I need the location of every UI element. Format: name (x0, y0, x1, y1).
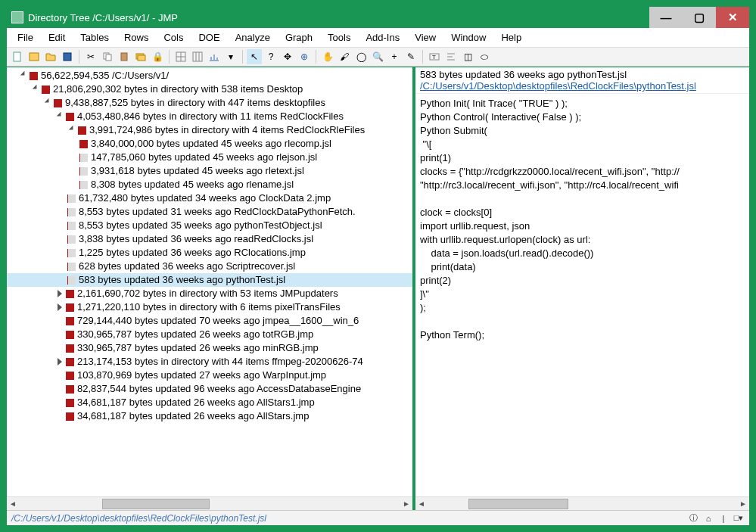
help-icon[interactable]: ? (263, 49, 278, 64)
brush-icon[interactable]: 🖌 (337, 49, 352, 64)
svg-rect-1 (30, 53, 39, 61)
tree-node[interactable]: 3,838 bytes updated 36 weeks ago readRed… (7, 232, 412, 246)
tree-node[interactable]: 8,553 bytes updated 31 weeks ago RedCloc… (7, 205, 412, 219)
menu-tools[interactable]: Tools (320, 30, 358, 45)
tree-node[interactable]: 61,732,480 bytes updated 34 weeks ago Cl… (7, 191, 412, 205)
settings-icon[interactable]: □▾ (733, 512, 745, 524)
detail-pane: 583 bytes updated 36 weeks ago pythonTes… (415, 67, 749, 510)
tree-node[interactable]: 3,840,000,000 bytes updated 45 weeks ago… (7, 137, 412, 151)
close-button[interactable]: ✕ (716, 7, 749, 28)
menu-graph[interactable]: Graph (278, 30, 320, 45)
pen-icon[interactable]: ✎ (403, 49, 418, 64)
tree-node[interactable]: 3,931,618 bytes updated 45 weeks ago rle… (7, 164, 412, 178)
scroll-left-icon[interactable]: ◄ (7, 499, 19, 508)
menu-file[interactable]: File (10, 30, 41, 45)
tree-node[interactable]: 34,681,187 bytes updated 26 weeks ago Al… (7, 396, 412, 409)
tree-node[interactable]: 8,553 bytes updated 35 weeks ago pythonT… (7, 219, 412, 232)
svg-rect-2 (64, 53, 71, 61)
size-bar-icon (67, 276, 76, 285)
globe-icon[interactable]: ⊕ (297, 49, 312, 64)
menu-window[interactable]: Window (443, 30, 493, 45)
tree-node[interactable]: 56,622,594,535 /C:/Users/v1/ (7, 69, 412, 82)
size-bar-icon (66, 385, 74, 394)
crosshair-icon[interactable]: + (387, 49, 402, 64)
maximize-button[interactable]: ▢ (683, 7, 716, 28)
tree-node[interactable]: 4,053,480,846 bytes in directory with 11… (7, 110, 412, 123)
menu-help[interactable]: Help (493, 30, 529, 45)
align-icon[interactable] (443, 49, 459, 64)
tree-node[interactable]: 628 bytes updated 36 weeks ago Scriptrec… (7, 260, 412, 273)
detail-meta: 583 bytes updated 36 weeks ago pythonTes… (420, 69, 745, 80)
menubar: File Edit Tables Rows Cols DOE Analyze G… (7, 28, 749, 48)
chart-icon[interactable] (207, 49, 222, 64)
tree-node-selected[interactable]: 583 bytes updated 36 weeks ago pythonTes… (7, 273, 412, 287)
toolbar: ✂ 🔒 ▾ ↖ ? ✥ ⊕ ✋ 🖌 ◯ 🔍 + ✎ T ◫ ⬭ (7, 48, 749, 67)
tree-node[interactable]: 21,806,290,302 bytes in directory with 5… (7, 82, 412, 96)
content-area: 56,622,594,535 /C:/Users/v1/ 21,806,290,… (7, 67, 749, 510)
tree-node[interactable]: 1,271,220,110 bytes in directory with 6 … (7, 300, 412, 314)
paste-icon[interactable] (117, 49, 132, 64)
home-icon[interactable]: ⌂ (702, 512, 714, 524)
tree-node[interactable]: 147,785,060 bytes updated 45 weeks ago r… (7, 151, 412, 164)
cut-icon[interactable]: ✂ (83, 49, 98, 64)
table-icon[interactable] (26, 49, 42, 64)
scroll-right-icon[interactable]: ► (737, 499, 749, 508)
size-bar-icon (79, 140, 88, 148)
window-title: Directory Tree /C:/Users/v1/ - JMP (28, 12, 649, 23)
new-icon[interactable] (10, 49, 25, 64)
minimize-button[interactable]: — (649, 7, 683, 28)
tree-node[interactable]: 34,681,187 bytes updated 26 weeks ago Al… (7, 409, 412, 423)
size-bar-icon (79, 154, 88, 162)
menu-addins[interactable]: Add-Ins (358, 30, 407, 45)
status-path: /C:/Users/v1/Desktop\desktopfiles\RedClo… (11, 513, 684, 524)
arrow-icon[interactable]: ↖ (247, 49, 262, 64)
svg-rect-0 (14, 52, 20, 61)
tree-node[interactable]: 8,308 bytes updated 45 weeks ago rlename… (7, 178, 412, 191)
size-bar-icon (78, 126, 86, 135)
scroll-right-icon[interactable]: ► (400, 499, 412, 508)
tree-node[interactable]: 103,870,969 bytes updated 27 weeks ago W… (7, 369, 412, 382)
sep-icon: | (717, 512, 730, 524)
open-icon[interactable] (43, 49, 58, 64)
tree-node[interactable]: 2,161,690,702 bytes in directory with 53… (7, 287, 412, 300)
zoom-icon[interactable]: 🔍 (370, 49, 385, 64)
menu-doe[interactable]: DOE (191, 30, 227, 45)
ellipse-icon[interactable]: ⬭ (477, 49, 492, 64)
hand-icon[interactable]: ✋ (320, 49, 335, 64)
text-icon[interactable]: T (427, 49, 442, 64)
tree-node[interactable]: 3,991,724,986 bytes in directory with 4 … (7, 123, 412, 137)
size-bar-icon (66, 331, 74, 339)
menu-edit[interactable]: Edit (41, 30, 73, 45)
save-icon[interactable] (60, 49, 75, 64)
tree-node[interactable]: 82,837,544 bytes updated 96 weeks ago Ac… (7, 382, 412, 396)
hscrollbar-right[interactable]: ◄ ► (415, 496, 749, 510)
tree-node[interactable]: 1,225 bytes updated 36 weeks ago RClocat… (7, 246, 412, 260)
lock-icon[interactable]: 🔒 (150, 49, 165, 64)
tree-node[interactable]: 330,965,787 bytes updated 26 weeks ago t… (7, 328, 412, 341)
menu-view[interactable]: View (407, 30, 443, 45)
grid2-icon[interactable] (190, 49, 205, 64)
target-icon[interactable]: ✥ (280, 49, 295, 64)
tree-node[interactable]: 729,144,440 bytes updated 70 weeks ago j… (7, 314, 412, 328)
detail-path-link[interactable]: /C:/Users/v1/Desktop\desktopfiles\RedClo… (420, 80, 696, 92)
menu-rows[interactable]: Rows (117, 30, 157, 45)
stack-icon[interactable] (133, 49, 148, 64)
grid1-icon[interactable] (173, 49, 188, 64)
hscrollbar-left[interactable]: ◄ ► (7, 496, 412, 510)
menu-tables[interactable]: Tables (73, 30, 117, 45)
tree-scroll[interactable]: 56,622,594,535 /C:/Users/v1/ 21,806,290,… (7, 67, 412, 496)
menu-analyze[interactable]: Analyze (228, 30, 278, 45)
lasso-icon[interactable]: ◯ (353, 49, 369, 64)
scroll-left-icon[interactable]: ◄ (415, 499, 428, 508)
svg-rect-5 (121, 53, 127, 61)
size-bar-icon (66, 303, 74, 312)
tree-node[interactable]: 213,174,153 bytes in directory with 44 i… (7, 355, 412, 369)
menu-cols[interactable]: Cols (156, 30, 191, 45)
tree-node[interactable]: 9,438,887,525 bytes in directory with 44… (7, 96, 412, 110)
size-bar-icon (67, 208, 76, 216)
info-icon[interactable]: ⓘ (687, 512, 699, 524)
dropdown-icon[interactable]: ▾ (223, 49, 238, 64)
shape-icon[interactable]: ◫ (460, 49, 475, 64)
tree-node[interactable]: 330,965,787 bytes updated 26 weeks ago m… (7, 341, 412, 355)
copy-icon[interactable] (100, 49, 115, 64)
